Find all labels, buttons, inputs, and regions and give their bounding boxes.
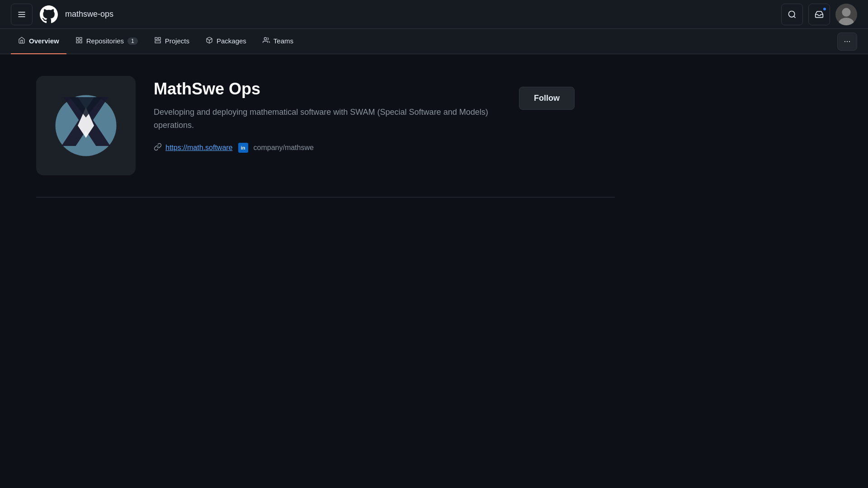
package-icon bbox=[206, 37, 213, 46]
nav-more-label: ··· bbox=[844, 37, 850, 46]
website-url: https://math.software bbox=[165, 144, 233, 152]
linkedin-icon: in bbox=[238, 143, 248, 153]
org-avatar bbox=[36, 76, 136, 175]
project-icon bbox=[154, 37, 161, 46]
tab-repositories-label: Repositories bbox=[86, 37, 124, 45]
tab-overview[interactable]: Overview bbox=[11, 29, 66, 54]
svg-rect-10 bbox=[80, 41, 82, 43]
svg-rect-11 bbox=[76, 41, 79, 43]
svg-rect-9 bbox=[80, 38, 82, 40]
org-info: MathSwe Ops Developing and deploying mat… bbox=[154, 76, 497, 153]
org-full-name: MathSwe Ops bbox=[154, 80, 497, 99]
tab-projects-label: Projects bbox=[165, 37, 189, 45]
header-left: mathswe-ops bbox=[11, 4, 113, 25]
home-icon bbox=[18, 37, 25, 46]
inbox-button[interactable] bbox=[808, 4, 830, 25]
svg-rect-8 bbox=[76, 38, 79, 40]
github-logo[interactable] bbox=[40, 5, 58, 23]
notification-dot bbox=[822, 7, 827, 11]
org-name: mathswe-ops bbox=[65, 9, 113, 19]
repo-icon bbox=[75, 37, 83, 46]
svg-rect-13 bbox=[158, 38, 160, 40]
svg-rect-12 bbox=[155, 38, 157, 40]
nav-tabs: Overview Repositories 1 Projects bbox=[0, 29, 868, 54]
section-divider bbox=[36, 197, 615, 197]
profile-right: Follow bbox=[519, 76, 575, 110]
tab-teams[interactable]: Teams bbox=[255, 29, 301, 54]
nav-more-button[interactable]: ··· bbox=[837, 33, 857, 51]
org-description: Developing and deploying mathematical so… bbox=[154, 106, 497, 132]
follow-button[interactable]: Follow bbox=[519, 87, 575, 110]
website-link[interactable]: https://math.software bbox=[154, 143, 233, 153]
tab-repositories[interactable]: Repositories 1 bbox=[68, 29, 145, 54]
tab-projects[interactable]: Projects bbox=[147, 29, 197, 54]
main-content: MathSwe Ops Developing and deploying mat… bbox=[0, 54, 633, 241]
profile-main: MathSwe Ops Developing and deploying mat… bbox=[154, 76, 575, 153]
tab-teams-label: Teams bbox=[274, 37, 293, 45]
tab-packages-label: Packages bbox=[217, 37, 246, 45]
tab-packages[interactable]: Packages bbox=[198, 29, 254, 54]
menu-button[interactable] bbox=[11, 4, 33, 25]
org-profile: MathSwe Ops Developing and deploying mat… bbox=[36, 76, 597, 175]
svg-point-3 bbox=[789, 11, 795, 17]
svg-line-4 bbox=[794, 16, 796, 18]
header: mathswe-ops bbox=[0, 0, 868, 29]
svg-point-16 bbox=[264, 38, 266, 40]
svg-rect-14 bbox=[155, 41, 160, 43]
header-right bbox=[781, 4, 857, 25]
search-button[interactable] bbox=[781, 4, 803, 25]
user-avatar[interactable] bbox=[835, 4, 857, 25]
org-links: https://math.software in company/mathswe bbox=[154, 143, 497, 153]
link-icon bbox=[154, 143, 162, 153]
linkedin-path: company/mathswe bbox=[254, 144, 314, 152]
repositories-badge: 1 bbox=[127, 38, 138, 45]
tab-overview-label: Overview bbox=[29, 37, 59, 45]
svg-point-6 bbox=[842, 8, 850, 16]
people-icon bbox=[263, 37, 270, 46]
